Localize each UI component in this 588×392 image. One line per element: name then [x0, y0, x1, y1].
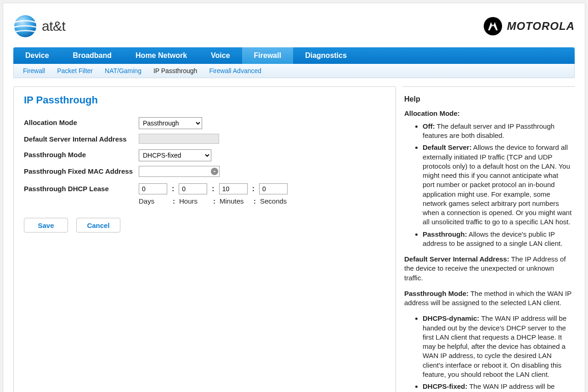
- lease-minutes-input[interactable]: [219, 183, 248, 194]
- label-allocation-mode: Allocation Mode: [24, 117, 139, 126]
- help-dhcps-dynamic: DHCPS-dynamic: The WAN IP address will b…: [423, 314, 572, 379]
- motorola-batwing-icon: [484, 17, 502, 35]
- brand-att: at&t: [13, 14, 65, 38]
- label-mac-address: Passthrough Fixed MAC Address: [24, 166, 139, 175]
- att-wordmark: at&t: [42, 18, 65, 34]
- help-dhcps-fixed: DHCPS-fixed: The WAN IP address will be: [423, 382, 572, 391]
- subnav-firewall-advanced[interactable]: Firewall Advanced: [209, 67, 261, 74]
- sub-nav: Firewall Packet Filter NAT/Gaming IP Pas…: [13, 64, 575, 78]
- main-panel: IP Passthrough Allocation Mode Passthrou…: [13, 86, 396, 392]
- lease-hours-label: Hours: [179, 197, 213, 205]
- label-dhcp-lease: Passthrough DHCP Lease: [24, 183, 139, 193]
- motorola-wordmark: MOTOROLA: [507, 20, 575, 33]
- label-passthrough-mode: Passthrough Mode: [24, 149, 139, 159]
- lease-days-label: Days: [139, 197, 173, 205]
- lease-minutes-label: Minutes: [220, 197, 254, 205]
- help-alloc-default-server: Default Server: Allows the device to for…: [423, 143, 572, 227]
- help-passthrough-mode-para: Passthrough Mode: The method in which th…: [404, 289, 572, 308]
- nav-diagnostics[interactable]: Diagnostics: [293, 47, 359, 64]
- help-default-server-para: Default Server Internal Address: The IP …: [404, 255, 572, 283]
- allocation-mode-select[interactable]: Passthrough: [139, 117, 202, 129]
- mac-address-input[interactable]: [139, 166, 220, 177]
- nav-voice[interactable]: Voice: [199, 47, 242, 64]
- lease-days-input[interactable]: [139, 183, 167, 194]
- lease-seconds-label: Seconds: [260, 197, 287, 205]
- help-title: Help: [404, 94, 572, 104]
- att-globe-icon: [13, 14, 37, 38]
- help-alloc-heading: Allocation Mode:: [404, 109, 572, 118]
- nav-device[interactable]: Device: [13, 47, 61, 64]
- default-server-input: [139, 134, 219, 144]
- main-nav: Device Broadband Home Network Voice Fire…: [13, 47, 575, 64]
- subnav-nat-gaming[interactable]: NAT/Gaming: [105, 67, 141, 74]
- label-default-server: Default Server Internal Address: [24, 134, 139, 143]
- cancel-button[interactable]: Cancel: [76, 218, 120, 233]
- nav-broadband[interactable]: Broadband: [61, 47, 124, 64]
- subnav-ip-passthrough[interactable]: IP Passthrough: [153, 67, 197, 74]
- passthrough-mode-select[interactable]: DHCPS-fixed: [139, 149, 211, 161]
- nav-firewall[interactable]: Firewall: [242, 47, 294, 64]
- lease-hours-input[interactable]: [179, 183, 207, 194]
- help-alloc-passthrough: Passthrough: Allows the device's public …: [423, 230, 572, 249]
- page-title: IP Passthrough: [24, 94, 385, 106]
- help-alloc-off: Off: The default server and IP Passthrou…: [423, 122, 572, 141]
- nav-home-network[interactable]: Home Network: [124, 47, 199, 64]
- subnav-packet-filter[interactable]: Packet Filter: [57, 67, 93, 74]
- help-panel: Help Allocation Mode: Off: The default s…: [402, 86, 575, 392]
- lease-seconds-input[interactable]: [259, 183, 288, 194]
- subnav-firewall[interactable]: Firewall: [23, 67, 45, 74]
- mac-dropdown-icon[interactable]: [211, 168, 218, 175]
- save-button[interactable]: Save: [24, 218, 68, 233]
- brand-motorola: MOTOROLA: [484, 17, 575, 35]
